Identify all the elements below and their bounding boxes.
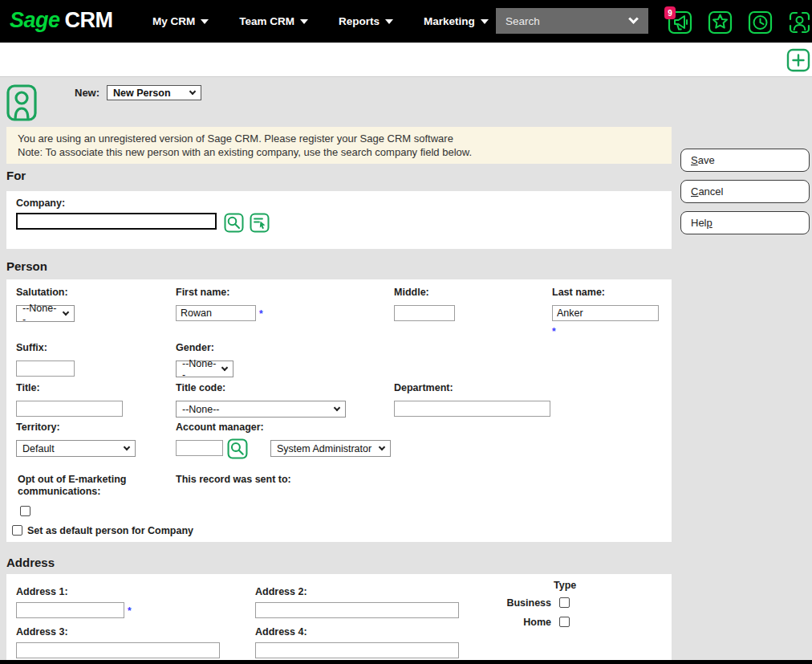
logo-crm-text: CRM (65, 8, 113, 32)
gender-label: Gender: (176, 342, 214, 353)
menu-team-crm[interactable]: Team CRM (239, 15, 308, 27)
address-type-business-label: Business (501, 597, 551, 609)
sage-crm-new-person-page: SageCRM My CRM Team CRM Reports Marketin… (0, 0, 812, 664)
address2-input[interactable] (255, 602, 459, 618)
first-name-input[interactable] (176, 305, 256, 321)
top-nav: SageCRM My CRM Team CRM Reports Marketin… (0, 0, 812, 43)
last-name-required-mark: * (552, 326, 556, 337)
bottom-bar (0, 660, 812, 664)
sage-crm-logo[interactable]: SageCRM (10, 8, 113, 33)
address-type-business-checkbox[interactable] (559, 597, 570, 608)
territory-select[interactable]: Default (16, 440, 136, 457)
salutation-select[interactable]: --None-- (16, 305, 75, 322)
company-search-button[interactable] (224, 213, 244, 233)
chevron-down-icon (628, 14, 639, 24)
opt-out-label: Opt out of E-marketing communications: (18, 474, 144, 498)
profile-button[interactable] (787, 10, 812, 35)
chevron-down-icon (201, 19, 209, 24)
first-name-required-mark: * (259, 308, 263, 320)
title-code-selected: --None-- (182, 404, 220, 415)
person-card: Salutation: --None-- First name: * Middl… (6, 279, 672, 542)
new-label: New: (75, 87, 99, 99)
person-avatar (6, 84, 37, 121)
address3-label: Address 3: (16, 626, 68, 638)
sent-to-label: This record was sent to: (176, 474, 291, 485)
user-frame-icon (787, 10, 812, 35)
account-manager-input[interactable] (176, 440, 223, 456)
menu-my-crm[interactable]: My CRM (152, 15, 209, 27)
chevron-down-icon (189, 88, 196, 95)
menu-reports[interactable]: Reports (339, 15, 393, 27)
help-button[interactable]: Help (680, 211, 810, 234)
salutation-label: Salutation: (16, 287, 68, 298)
territory-label: Territory: (16, 422, 60, 433)
menu-my-crm-label: My CRM (152, 15, 195, 27)
address-section-heading: Address (6, 556, 55, 569)
chevron-down-icon (300, 19, 308, 24)
first-name-label: First name: (176, 287, 229, 298)
main-menu: My CRM Team CRM Reports Marketing (152, 0, 489, 43)
address-type-home-checkbox[interactable] (559, 617, 570, 627)
last-name-input[interactable] (552, 305, 659, 321)
department-label: Department: (394, 382, 453, 393)
middle-input[interactable] (394, 305, 455, 321)
account-manager-select[interactable]: System Administrator (270, 440, 391, 457)
notifications-button[interactable]: 9 (668, 10, 692, 35)
address-card: Address 1: * Address 2: Type Business Ho… (6, 574, 672, 664)
global-search-dropdown[interactable]: Search (496, 8, 648, 34)
add-new-button[interactable] (786, 48, 810, 72)
suffix-input[interactable] (16, 361, 75, 377)
account-manager-selected: System Administrator (277, 443, 371, 454)
last-name-label: Last name: (552, 287, 605, 298)
save-button-label: Save (691, 154, 715, 166)
title-code-select[interactable]: --None-- (176, 401, 346, 418)
new-entity-select[interactable]: New Person (107, 85, 201, 100)
default-person-checkbox[interactable] (12, 525, 22, 536)
recent-button[interactable] (748, 10, 773, 35)
chevron-down-icon (221, 365, 228, 371)
menu-marketing[interactable]: Marketing (424, 15, 489, 27)
title-input[interactable] (16, 401, 123, 417)
search-placeholder: Search (505, 15, 540, 27)
company-input[interactable] (16, 213, 217, 230)
cancel-button[interactable]: Cancel (680, 180, 810, 203)
middle-label: Middle: (394, 287, 429, 298)
chevron-down-icon (63, 309, 69, 316)
territory-selected: Default (22, 443, 55, 454)
new-entity-selected: New Person (113, 88, 171, 99)
advanced-search-icon (250, 213, 270, 233)
save-button[interactable]: Save (680, 149, 810, 172)
gender-select[interactable]: --None-- (176, 361, 233, 377)
address4-label: Address 4: (255, 626, 307, 638)
chevron-down-icon (334, 405, 340, 411)
star-icon (708, 10, 733, 35)
address1-required-mark: * (128, 605, 132, 617)
chevron-down-icon (481, 19, 489, 24)
address-type-header: Type (554, 580, 576, 591)
account-manager-label: Account manager: (176, 422, 264, 433)
department-input[interactable] (394, 401, 550, 417)
favorites-button[interactable] (708, 10, 733, 35)
plus-icon (786, 48, 810, 72)
advanced-search-select-button[interactable] (250, 213, 270, 233)
address3-input[interactable] (16, 642, 220, 658)
help-button-label: Help (691, 217, 713, 229)
chevron-down-icon (385, 19, 393, 24)
clock-icon (748, 10, 773, 35)
address-type-home-label: Home (501, 617, 551, 628)
notification-count-badge: 9 (664, 6, 676, 19)
address4-input[interactable] (255, 642, 459, 658)
account-manager-search-button[interactable] (227, 438, 248, 459)
title-code-label: Title code: (176, 382, 225, 393)
menu-reports-label: Reports (339, 15, 380, 27)
suffix-label: Suffix: (16, 342, 47, 353)
cancel-button-label: Cancel (691, 185, 723, 198)
chevron-down-icon (379, 444, 385, 450)
opt-out-checkbox[interactable] (20, 506, 30, 516)
notice-line-1: You are using an unregistered version of… (18, 132, 660, 145)
default-person-label: Set as default person for Company (27, 525, 193, 536)
address1-input[interactable] (16, 602, 124, 618)
unregistered-notice: You are using an unregistered version of… (6, 127, 672, 164)
for-card: Company: (6, 191, 672, 249)
magnifier-icon (224, 213, 244, 233)
